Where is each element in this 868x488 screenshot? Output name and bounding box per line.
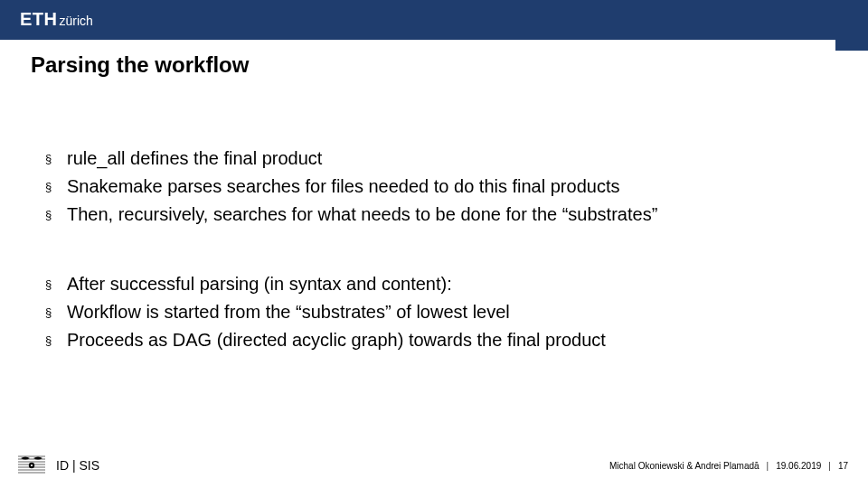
bullet-text: Proceeds as DAG (directed acyclic graph)… — [67, 326, 606, 354]
bullet-marker-icon: § — [45, 276, 67, 294]
bullet-text: Then, recursively, searches for what nee… — [67, 201, 657, 229]
bullet-text: rule_all defines the final product — [67, 145, 322, 173]
eth-logo: ETH zürich — [20, 9, 93, 30]
footer-separator: | — [767, 461, 769, 471]
header-bar-notch — [835, 0, 868, 51]
bullet-item: § Workflow is started from the “substrat… — [45, 298, 832, 326]
footer-meta: Michal Okoniewski & Andrei Plamadă | 19.… — [609, 461, 848, 471]
footer-page-number: 17 — [838, 461, 848, 471]
header-bar — [0, 0, 868, 40]
bullet-item: § Proceeds as DAG (directed acyclic grap… — [45, 326, 832, 354]
crest-icon — [18, 455, 45, 475]
footer: ID | SIS Michal Okoniewski & Andrei Plam… — [0, 455, 868, 475]
slide: ETH zürich Parsing the workflow § rule_a… — [0, 0, 868, 488]
bullet-marker-icon: § — [45, 178, 67, 196]
footer-authors: Michal Okoniewski & Andrei Plamadă — [609, 461, 760, 471]
footer-department: ID | SIS — [56, 458, 99, 473]
bullet-group-1: § rule_all defines the final product § S… — [45, 145, 832, 229]
footer-date: 19.06.2019 — [776, 461, 821, 471]
footer-separator: | — [828, 461, 831, 471]
slide-content: § rule_all defines the final product § S… — [45, 145, 832, 396]
logo-main-text: ETH — [20, 9, 58, 30]
bullet-group-2: § After successful parsing (in syntax an… — [45, 270, 832, 354]
bullet-marker-icon: § — [45, 304, 67, 322]
bullet-item: § Snakemake parses searches for files ne… — [45, 173, 832, 201]
bullet-text: Snakemake parses searches for files need… — [67, 173, 619, 201]
bullet-text: Workflow is started from the “substrates… — [67, 298, 510, 326]
bullet-marker-icon: § — [45, 332, 67, 350]
logo-sub-text: zürich — [60, 14, 93, 28]
bullet-item: § Then, recursively, searches for what n… — [45, 201, 832, 229]
bullet-item: § rule_all defines the final product — [45, 145, 832, 173]
bullet-marker-icon: § — [45, 206, 67, 224]
bullet-marker-icon: § — [45, 150, 67, 168]
bullet-text: After successful parsing (in syntax and … — [67, 270, 452, 298]
svg-point-8 — [31, 465, 33, 466]
slide-title: Parsing the workflow — [31, 52, 249, 78]
bullet-item: § After successful parsing (in syntax an… — [45, 270, 832, 298]
